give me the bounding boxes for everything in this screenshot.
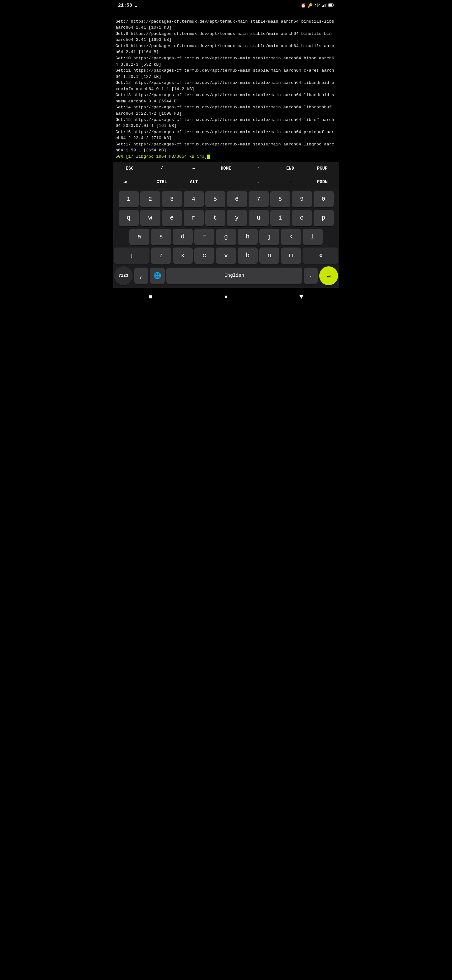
key-e[interactable]: e bbox=[162, 210, 182, 226]
key-a[interactable]: a bbox=[129, 229, 149, 245]
terminal-output: Get:7 https://packages-cf.termux.dev/apt… bbox=[113, 10, 339, 162]
key-t[interactable]: t bbox=[205, 210, 225, 226]
svg-rect-5 bbox=[333, 5, 334, 5]
terminal-progress-line: 50% [17 libgrpc 1964 kB/3654 kB 54%] bbox=[116, 154, 207, 159]
key-left[interactable]: ← bbox=[219, 177, 233, 187]
key-down[interactable]: ↓ bbox=[251, 177, 266, 187]
extra-keys-row1: ESC / — HOME ↑ END PGUP bbox=[113, 162, 339, 175]
key-p[interactable]: p bbox=[314, 210, 334, 226]
globe-key[interactable]: 🌐 bbox=[150, 267, 165, 284]
nav-square-button[interactable]: ■ bbox=[143, 291, 159, 303]
on-screen-keyboard: 1 2 3 4 5 6 7 8 9 0 q w e r t y u i o p … bbox=[113, 189, 339, 288]
time: 21:58 bbox=[118, 3, 132, 8]
key-pgdn[interactable]: PGDN bbox=[315, 177, 330, 187]
key-w[interactable]: w bbox=[140, 210, 160, 226]
key-slash[interactable]: / bbox=[154, 163, 169, 173]
key-l[interactable]: l bbox=[303, 229, 323, 245]
terminal-line-7: Get:7 https://packages-cf.termux.dev/apt… bbox=[116, 19, 337, 30]
key-8[interactable]: 8 bbox=[270, 191, 290, 207]
comma-key[interactable]: , bbox=[134, 267, 148, 284]
keyboard-bottom-row: ?123 , 🌐 English . ↵ bbox=[114, 266, 338, 285]
key-d[interactable]: d bbox=[173, 229, 193, 245]
key-3[interactable]: 3 bbox=[162, 191, 182, 207]
key-j[interactable]: j bbox=[259, 229, 279, 245]
key-c[interactable]: c bbox=[194, 248, 214, 264]
svg-rect-3 bbox=[326, 3, 327, 7]
terminal-line-17: Get:17 https://packages-cf.termux.dev/ap… bbox=[116, 142, 334, 153]
status-right: ⏰ 🔑 bbox=[301, 3, 334, 8]
key-up[interactable]: ↑ bbox=[251, 163, 266, 173]
terminal-line-12: Get:12 https://packages-cf.termux.dev/ap… bbox=[116, 80, 334, 91]
svg-rect-0 bbox=[322, 6, 323, 7]
extra-keys-row2: ⇥ CTRL ALT ← ↓ → PGDN bbox=[113, 175, 339, 189]
num123-key[interactable]: ?123 bbox=[114, 266, 133, 285]
key-n[interactable]: n bbox=[259, 248, 279, 264]
key-y[interactable]: y bbox=[227, 210, 247, 226]
terminal-line-15: Get:15 https://packages-cf.termux.dev/ap… bbox=[116, 118, 334, 129]
nav-triangle-button[interactable]: ▼ bbox=[293, 291, 309, 303]
terminal-line-14: Get:14 https://packages-cf.termux.dev/ap… bbox=[116, 105, 334, 116]
shift-key[interactable]: ⇧ bbox=[114, 248, 149, 264]
nav-circle-button[interactable]: ● bbox=[218, 291, 234, 303]
key-end[interactable]: END bbox=[283, 163, 298, 173]
key-h[interactable]: h bbox=[238, 229, 258, 245]
key-g[interactable]: g bbox=[216, 229, 236, 245]
key-q[interactable]: q bbox=[119, 210, 139, 226]
key-z[interactable]: z bbox=[151, 248, 171, 264]
terminal-line-9: Get:9 https://packages-cf.termux.dev/apt… bbox=[116, 44, 334, 55]
key-i[interactable]: i bbox=[270, 210, 290, 226]
key-b[interactable]: b bbox=[238, 248, 258, 264]
key-tab[interactable]: ⇥ bbox=[122, 176, 137, 188]
terminal-cursor bbox=[207, 154, 210, 159]
key-u[interactable]: u bbox=[249, 210, 269, 226]
key-icon: 🔑 bbox=[308, 3, 312, 8]
key-ctrl[interactable]: CTRL bbox=[154, 177, 169, 187]
terminal-line-16: Get:16 https://packages-cf.termux.dev/ap… bbox=[116, 130, 334, 141]
key-x[interactable]: x bbox=[173, 248, 193, 264]
key-m[interactable]: m bbox=[281, 248, 301, 264]
keyboard-qwerty-row: q w e r t y u i o p bbox=[114, 210, 338, 226]
key-alt[interactable]: ALT bbox=[186, 177, 201, 187]
key-right[interactable]: → bbox=[283, 177, 298, 187]
svg-rect-2 bbox=[325, 4, 325, 7]
svg-rect-6 bbox=[329, 4, 332, 6]
extra-keys-panel: ESC / — HOME ↑ END PGUP ⇥ CTRL ALT ← ↓ →… bbox=[113, 162, 339, 189]
wifi-icon bbox=[314, 3, 320, 8]
key-esc[interactable]: ESC bbox=[122, 163, 137, 173]
status-bar: 21:58 ☁ ⏰ 🔑 bbox=[113, 0, 339, 10]
key-9[interactable]: 9 bbox=[292, 191, 312, 207]
key-s[interactable]: s bbox=[151, 229, 171, 245]
key-5[interactable]: 5 bbox=[205, 191, 225, 207]
key-4[interactable]: 4 bbox=[184, 191, 204, 207]
space-key[interactable]: English bbox=[167, 267, 302, 284]
terminal-line-10: Get:10 https://packages-cf.termux.dev/ap… bbox=[116, 56, 334, 67]
cloud-icon: ☁ bbox=[135, 3, 138, 8]
key-0[interactable]: 0 bbox=[314, 191, 334, 207]
backspace-key[interactable]: ⌫ bbox=[303, 248, 338, 264]
key-pgup[interactable]: PGUP bbox=[315, 163, 330, 173]
key-2[interactable]: 2 bbox=[140, 191, 160, 207]
status-left: 21:58 ☁ bbox=[118, 3, 138, 8]
keyboard-zxcv-row: ⇧ z x c v b n m ⌫ bbox=[114, 248, 338, 264]
period-key[interactable]: . bbox=[304, 267, 318, 284]
signal-icon bbox=[322, 3, 327, 8]
key-v[interactable]: v bbox=[216, 248, 236, 264]
key-6[interactable]: 6 bbox=[227, 191, 247, 207]
enter-key[interactable]: ↵ bbox=[319, 266, 338, 285]
terminal-line-8: Get:8 https://packages-cf.termux.dev/apt… bbox=[116, 32, 334, 42]
key-7[interactable]: 7 bbox=[249, 191, 269, 207]
key-k[interactable]: k bbox=[281, 229, 301, 245]
alarm-icon: ⏰ bbox=[301, 3, 306, 8]
key-home[interactable]: HOME bbox=[219, 163, 233, 173]
battery-icon bbox=[328, 3, 334, 8]
terminal-line-11: Get:11 https://packages-cf.termux.dev/ap… bbox=[116, 68, 334, 79]
navigation-bar: ■ ● ▼ bbox=[113, 288, 339, 307]
key-r[interactable]: r bbox=[184, 210, 204, 226]
key-f[interactable]: f bbox=[194, 229, 214, 245]
keyboard-asdf-row: a s d f g h j k l bbox=[114, 229, 338, 245]
terminal-line-13: Get:13 https://packages-cf.termux.dev/ap… bbox=[116, 93, 334, 103]
key-dash[interactable]: — bbox=[186, 163, 201, 173]
key-o[interactable]: o bbox=[292, 210, 312, 226]
key-1[interactable]: 1 bbox=[119, 191, 139, 207]
svg-rect-1 bbox=[323, 5, 324, 7]
